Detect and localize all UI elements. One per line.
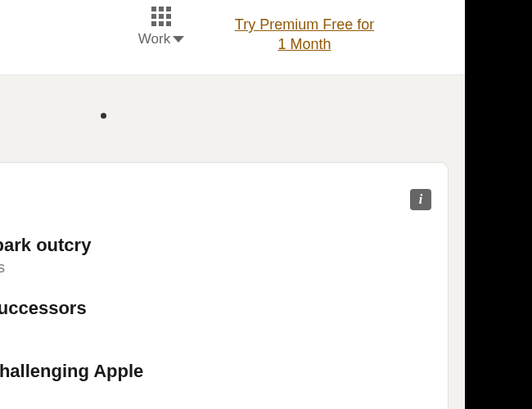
news-subtitle: ers <box>0 322 431 339</box>
news-item[interactable]: s spark outcry aders <box>0 235 431 276</box>
work-label: Work <box>138 31 170 47</box>
news-subtitle: aders <box>0 259 431 276</box>
apps-grid-icon <box>151 7 171 26</box>
news-card: i s spark outcry aders 's successors ers… <box>0 162 449 409</box>
news-item[interactable]: 's successors ers <box>0 298 431 339</box>
news-title: et challenging Apple <box>0 361 431 382</box>
info-icon[interactable]: i <box>410 189 431 210</box>
news-item[interactable]: et challenging Apple <box>0 361 431 382</box>
news-list: s spark outcry aders 's successors ers e… <box>0 235 431 382</box>
top-navbar: Work Try Premium Free for 1 Month <box>0 0 465 75</box>
chevron-down-icon <box>173 36 184 43</box>
news-title: 's successors <box>0 298 431 319</box>
news-title: s spark outcry <box>0 235 431 256</box>
bullet-dot <box>101 113 106 119</box>
page-viewport: Work Try Premium Free for 1 Month i s sp… <box>0 0 465 409</box>
premium-cta-link[interactable]: Try Premium Free for 1 Month <box>231 15 378 55</box>
work-menu[interactable]: Work <box>124 7 198 47</box>
work-label-row: Work <box>138 31 184 47</box>
